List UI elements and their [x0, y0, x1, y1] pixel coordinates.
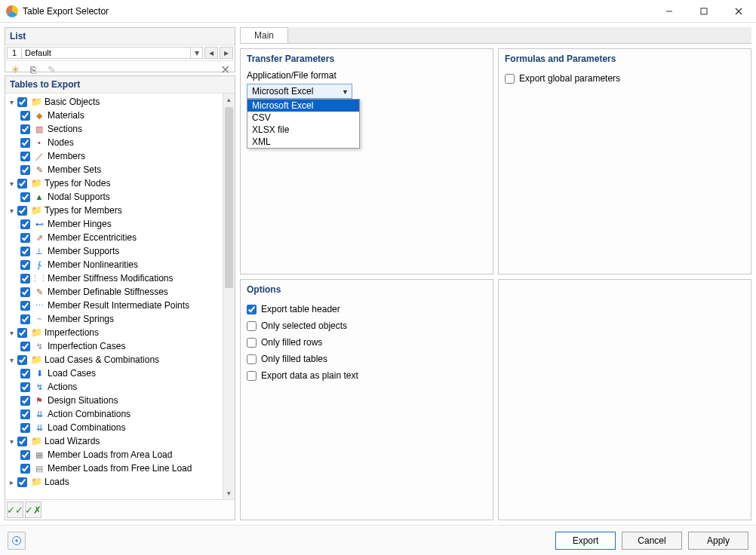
tree-item[interactable]: ▤Member Loads from Free Line Load	[5, 461, 235, 475]
minimize-button[interactable]	[652, 0, 687, 23]
tree-item[interactable]: ↯Actions	[5, 380, 235, 394]
option-row[interactable]: Export data as plain text	[247, 367, 487, 384]
tree-folder[interactable]: ▸📁Loads	[5, 475, 235, 489]
option-checkbox[interactable]	[247, 371, 257, 381]
scroll-up-icon[interactable]: ▴	[223, 94, 235, 106]
list-dropdown-button[interactable]: ▾	[191, 47, 203, 59]
tree-item[interactable]: ／Members	[5, 149, 235, 163]
expander-icon[interactable]: ▾	[7, 329, 16, 337]
maximize-button[interactable]	[687, 0, 721, 23]
tree-checkbox[interactable]	[17, 477, 27, 487]
tree-item[interactable]: ⋮⋮Member Stiffness Modifications	[5, 271, 235, 285]
tree-checkbox[interactable]	[20, 301, 30, 311]
expander-icon[interactable]: ▾	[7, 207, 16, 215]
tree-item[interactable]: ~Member Springs	[5, 312, 235, 326]
tree-checkbox[interactable]	[20, 192, 30, 202]
option-row[interactable]: Only selected objects	[247, 317, 487, 334]
tree-item[interactable]: ⇊Action Combinations	[5, 407, 235, 421]
tree-checkbox[interactable]	[17, 97, 27, 107]
tree-folder[interactable]: ▾📁Types for Members	[5, 204, 235, 217]
tree-folder[interactable]: ▾📁Load Wizards	[5, 434, 235, 448]
format-option[interactable]: XLSX file	[247, 124, 359, 136]
scrollbar[interactable]: ▴ ▾	[223, 94, 235, 499]
tree-item[interactable]: ▥Sections	[5, 122, 235, 136]
tree-checkbox[interactable]	[17, 206, 27, 216]
export-button[interactable]: Export	[555, 532, 616, 550]
tree-item[interactable]: ⬇Load Cases	[5, 366, 235, 380]
tree-checkbox[interactable]	[20, 287, 30, 297]
tree-checkbox[interactable]	[20, 124, 30, 134]
tree-item[interactable]: ⋯Member Result Intermediate Points	[5, 299, 235, 312]
close-button[interactable]	[721, 0, 756, 23]
tree-item[interactable]: ✎Member Definable Stiffnesses	[5, 285, 235, 299]
tree-checkbox[interactable]	[20, 165, 30, 175]
format-select[interactable]: Microsoft Excel ▼	[247, 84, 352, 99]
tree-checkbox[interactable]	[20, 152, 30, 161]
format-dropdown[interactable]: Microsoft ExcelCSVXLSX fileXML	[247, 99, 360, 149]
tree-checkbox[interactable]	[17, 355, 27, 365]
tree-checkbox[interactable]	[20, 233, 30, 243]
tree-checkbox[interactable]	[20, 450, 30, 460]
tree-checkbox[interactable]	[20, 314, 30, 324]
tree-checkbox[interactable]	[20, 274, 30, 284]
expander-icon[interactable]: ▾	[7, 437, 16, 446]
tab-main[interactable]: Main	[240, 27, 288, 43]
tree-folder[interactable]: ▾📁Basic Objects	[5, 95, 235, 109]
tree-folder[interactable]: ▾📁Types for Nodes	[5, 176, 235, 190]
tree-item[interactable]: ⇊Load Combinations	[5, 421, 235, 434]
option-checkbox[interactable]	[247, 321, 257, 331]
format-option[interactable]: CSV	[247, 112, 359, 124]
option-row[interactable]: Only filled tables	[247, 351, 487, 367]
tree-checkbox[interactable]	[17, 437, 27, 446]
tree-checkbox[interactable]	[20, 396, 30, 406]
list-number[interactable]: 1	[7, 47, 22, 59]
option-checkbox[interactable]	[247, 305, 257, 314]
tree-checkbox[interactable]	[17, 179, 27, 189]
tree-checkbox[interactable]	[20, 247, 30, 256]
option-checkbox[interactable]	[247, 354, 257, 364]
tree-checkbox[interactable]	[20, 464, 30, 474]
tree[interactable]: ▾📁Basic Objects◆Materials▥Sections•Nodes…	[5, 94, 235, 490]
export-global-row[interactable]: Export global parameters	[505, 70, 745, 87]
expander-icon[interactable]: ▾	[7, 356, 16, 364]
list-prev-button[interactable]: ◂	[204, 47, 218, 59]
format-option[interactable]: Microsoft Excel	[247, 100, 359, 112]
option-checkbox[interactable]	[247, 338, 257, 348]
scroll-thumb[interactable]	[225, 107, 233, 288]
tree-checkbox[interactable]	[20, 382, 30, 392]
tree-folder[interactable]: ▾📁Imperfections	[5, 326, 235, 339]
tree-item[interactable]: ⊥Member Supports	[5, 244, 235, 258]
list-name[interactable]: Default	[22, 47, 191, 59]
apply-button[interactable]: Apply	[688, 532, 748, 550]
tree-checkbox[interactable]	[17, 328, 27, 338]
option-row[interactable]: Only filled rows	[247, 334, 487, 351]
scroll-down-icon[interactable]: ▾	[223, 487, 235, 499]
help-button[interactable]	[8, 532, 26, 550]
tree-checkbox[interactable]	[20, 369, 30, 379]
tree-checkbox[interactable]	[20, 138, 30, 148]
deselect-all-button[interactable]: ✓✗	[25, 501, 41, 518]
list-next-button[interactable]: ▸	[220, 47, 233, 59]
cancel-button[interactable]: Cancel	[622, 532, 682, 550]
tree-item[interactable]: ⇗Member Eccentricities	[5, 231, 235, 244]
tree-item[interactable]: •Nodes	[5, 136, 235, 149]
tree-checkbox[interactable]	[20, 342, 30, 351]
tree-checkbox[interactable]	[20, 219, 30, 229]
tree-item[interactable]: ↯Imperfection Cases	[5, 339, 235, 353]
expander-icon[interactable]: ▾	[7, 98, 16, 106]
tree-checkbox[interactable]	[20, 111, 30, 121]
tree-item[interactable]: ▦Member Loads from Area Load	[5, 448, 235, 461]
option-row[interactable]: Export table header	[247, 301, 487, 317]
expander-icon[interactable]: ▸	[7, 478, 16, 486]
expander-icon[interactable]: ▾	[7, 179, 16, 188]
tree-checkbox[interactable]	[20, 260, 30, 270]
tree-item[interactable]: ∱Member Nonlinearities	[5, 258, 235, 271]
tree-item[interactable]: ⚑Design Situations	[5, 394, 235, 407]
tree-folder[interactable]: ▾📁Load Cases & Combinations	[5, 353, 235, 366]
format-option[interactable]: XML	[247, 136, 359, 148]
select-all-button[interactable]: ✓✓	[7, 501, 23, 518]
tree-item[interactable]: ◆Materials	[5, 109, 235, 122]
tree-checkbox[interactable]	[20, 409, 30, 419]
tree-checkbox[interactable]	[20, 423, 30, 433]
tree-item[interactable]: ⊷Member Hinges	[5, 217, 235, 231]
